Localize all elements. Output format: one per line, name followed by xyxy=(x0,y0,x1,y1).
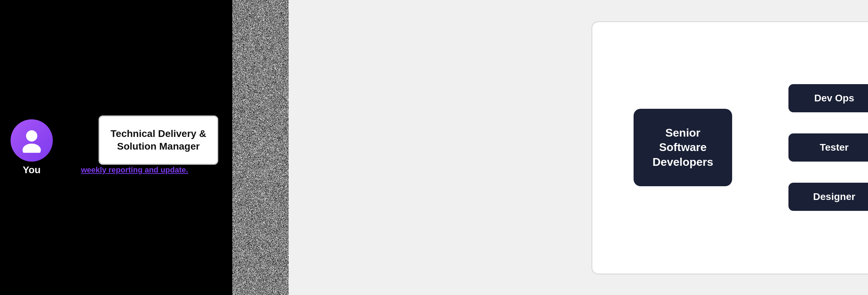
tester-label: Tester xyxy=(820,142,849,153)
right-section: Support Services Senior Software Develop… xyxy=(289,0,868,295)
devops-box: Dev Ops xyxy=(788,84,868,112)
tech-delivery-label: Technical Delivery & Solution Manager xyxy=(107,127,210,153)
canvas: You weekly reporting and update. Technic… xyxy=(0,0,868,295)
roles-column: Dev Ops Tester Designer xyxy=(788,84,868,211)
weekly-reporting-label: weekly reporting and update. xyxy=(81,165,188,175)
you-label: You xyxy=(23,164,41,176)
tech-delivery-box: Technical Delivery & Solution Manager xyxy=(99,115,218,165)
designer-label: Designer xyxy=(813,191,855,202)
senior-dev-label: Senior Software Developers xyxy=(641,126,725,170)
svg-point-12 xyxy=(23,144,41,153)
devops-label: Dev Ops xyxy=(814,93,854,104)
svg-point-11 xyxy=(26,130,37,142)
designer-box: Designer xyxy=(788,183,868,211)
person-icon xyxy=(21,128,42,153)
avatar xyxy=(11,119,53,162)
senior-dev-box: Senior Software Developers xyxy=(634,109,732,186)
tester-box: Tester xyxy=(788,133,868,162)
you-node: You xyxy=(11,119,53,176)
